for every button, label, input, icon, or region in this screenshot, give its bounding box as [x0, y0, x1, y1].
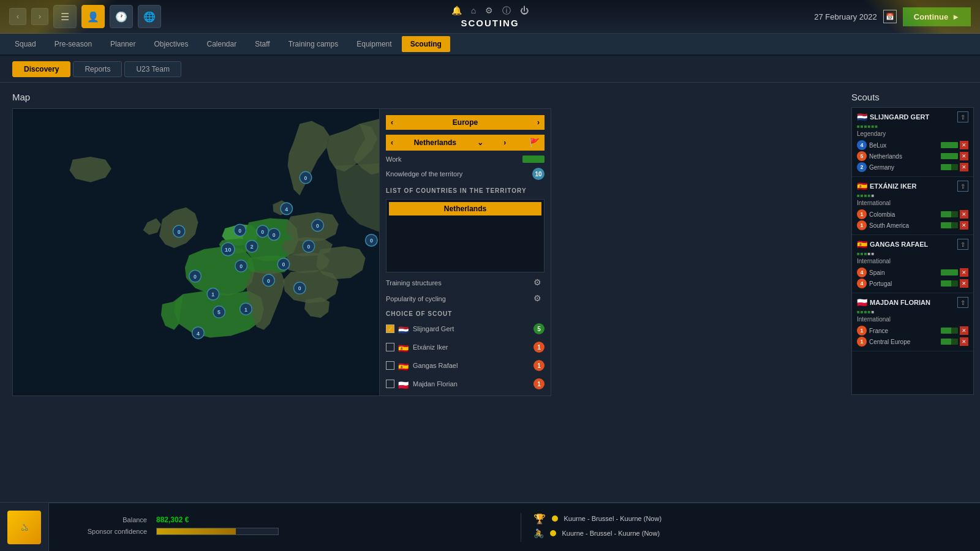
scout-remove-france[interactable]: ✕: [960, 326, 968, 335]
popularity-gear-icon: ⚙: [533, 293, 545, 304]
scout-country-germany: 2 Germany ✕: [857, 162, 968, 173]
scout-choice-gangas[interactable]: 🇪🇸 Gangas Rafael 1: [386, 359, 545, 372]
scout-flag-slijngard: 🇳🇱: [398, 325, 409, 332]
balance-value: 882,302 €: [156, 515, 189, 524]
map-panel: ‹ Europe › ‹ Netherlands ⌄ › 🚩 Work: [379, 109, 551, 396]
scout-country-portugal: 4 Portugal ✕: [857, 278, 968, 289]
scout-remove-germany[interactable]: ✕: [960, 163, 968, 171]
subtab-reports[interactable]: Reports: [73, 61, 122, 77]
svg-text:5: 5: [217, 309, 221, 315]
scout-remove-spain[interactable]: ✕: [960, 268, 968, 277]
scout-rank-slijngard: Legendary: [857, 130, 968, 137]
bottom-bar: 🚴 Balance 882,302 € Sponsor confidence 🏆…: [0, 502, 980, 551]
scout-header-majdan: 🇵🇱 MAJDAN FLORIAN ⇧: [857, 297, 968, 308]
svg-text:4: 4: [197, 331, 200, 337]
scout-num-netherlands: 5: [857, 151, 867, 161]
tab-equipment[interactable]: Equipment: [348, 36, 400, 52]
scout-country-germany-name: Germany: [869, 164, 941, 171]
scout-stars-slijngard: ■ ■ ■ ■ ■ ■: [857, 124, 968, 129]
scout-flag-gangas: 🇪🇸: [398, 362, 409, 369]
work-row: Work: [386, 156, 545, 163]
scout-num-belux: 4: [857, 140, 867, 150]
knowledge-label: Knowledge of the territory: [386, 170, 462, 178]
scout-identity-etxaniz: 🇪🇸 ETXÁNIZ IKER: [857, 181, 916, 191]
work-bar: [522, 156, 545, 163]
tab-squad[interactable]: Squad: [6, 36, 45, 52]
scout-checkbox-etxaniz[interactable]: [386, 343, 394, 351]
scout-bar-portugal: [941, 280, 958, 287]
scout-remove-portugal[interactable]: ✕: [960, 279, 968, 288]
knowledge-row: Knowledge of the territory 10: [386, 168, 545, 180]
tab-preseason[interactable]: Pre-season: [46, 36, 100, 52]
info-icon[interactable]: ⓘ: [502, 6, 511, 17]
main-content: Map: [0, 83, 980, 502]
scout-country-netherlands: 5 Netherlands ✕: [857, 151, 968, 162]
subtab-discovery[interactable]: Discovery: [12, 61, 70, 77]
territory-right-arrow[interactable]: ›: [503, 138, 506, 147]
race-text-1: Kuurne - Brussel - Kuurne (Now): [564, 515, 662, 522]
scout-country-netherlands-name: Netherlands: [869, 153, 941, 160]
bottom-races: 🏆 Kuurne - Brussel - Kuurne (Now) 🚴 Kuur…: [521, 513, 981, 542]
region-right-arrow[interactable]: ›: [537, 118, 540, 127]
scout-country-belux-name: BeLux: [869, 142, 941, 149]
tab-staff[interactable]: Staff: [246, 36, 278, 52]
scout-num-colombia: 1: [857, 209, 867, 219]
territory-expand-icon[interactable]: ⌄: [477, 138, 483, 147]
scout-checkbox-gangas[interactable]: [386, 361, 394, 370]
scout-remove-colombia[interactable]: ✕: [960, 210, 968, 219]
bell-icon[interactable]: 🔔: [451, 6, 462, 17]
scout-remove-southamerica[interactable]: ✕: [960, 221, 968, 230]
scout-stars-gangas: ■ ■ ■ ■ ■: [857, 251, 968, 257]
scout-choice-slijngard[interactable]: ✓ 🇳🇱 Slijngard Gert 5: [386, 322, 545, 335]
trophy-icon-1: 🏆: [533, 513, 546, 525]
training-gear-icon: ⚙: [533, 277, 545, 288]
settings-icon[interactable]: ⚙: [485, 6, 493, 17]
territory-item-netherlands[interactable]: Netherlands: [389, 202, 541, 216]
scout-entry-gangas: 🇪🇸 GANGAS RAFAEL ⇧ ■ ■ ■ ■ ■ Internation…: [852, 235, 973, 293]
scout-flag-majdan-pl: 🇵🇱: [857, 298, 867, 307]
scout-checkbox-slijngard[interactable]: ✓: [386, 324, 394, 333]
territory-left-arrow[interactable]: ‹: [391, 138, 393, 147]
scout-checkbox-majdan[interactable]: [386, 380, 394, 388]
region-selector[interactable]: ‹ Europe ›: [386, 115, 545, 130]
globe-icon[interactable]: 🌐: [138, 5, 161, 28]
scout-collapse-etxaniz[interactable]: ⇧: [957, 181, 968, 192]
home-icon[interactable]: ⌂: [471, 6, 476, 17]
power-icon[interactable]: ⏻: [520, 6, 529, 17]
scout-collapse-gangas[interactable]: ⇧: [957, 239, 968, 250]
tab-scouting[interactable]: Scouting: [402, 36, 450, 52]
scout-country-colombia: 1 Colombia ✕: [857, 209, 968, 220]
subtab-u23[interactable]: U23 Team: [124, 61, 181, 77]
scout-bar-centraleurope: [941, 339, 958, 345]
scout-bar-germany: [941, 164, 958, 170]
scout-choice-etxaniz[interactable]: 🇪🇸 Etxániz Iker 1: [386, 340, 545, 354]
region-left-arrow[interactable]: ‹: [391, 118, 393, 127]
knowledge-icon: 10: [532, 168, 545, 180]
territory-selector[interactable]: ‹ Netherlands ⌄ › 🚩: [386, 135, 545, 151]
svg-text:0: 0: [304, 175, 307, 181]
scouts-title: Scouts: [851, 92, 974, 102]
scout-choice-majdan[interactable]: 🇵🇱 Majdan Florian 1: [386, 377, 545, 391]
scout-remove-centraleurope[interactable]: ✕: [960, 337, 968, 346]
tab-objectives[interactable]: Objectives: [145, 36, 197, 52]
svg-text:0: 0: [298, 285, 301, 291]
scout-collapse-slijngard[interactable]: ⇧: [957, 111, 968, 122]
svg-text:0: 0: [273, 232, 276, 238]
svg-text:0: 0: [267, 278, 270, 284]
svg-text:1: 1: [244, 307, 247, 313]
scout-remove-netherlands[interactable]: ✕: [960, 152, 968, 160]
scout-bar-spain: [941, 269, 958, 276]
scout-remove-belux[interactable]: ✕: [960, 141, 968, 149]
tab-calendar[interactable]: Calendar: [198, 36, 245, 52]
scout-bar-france: [941, 328, 958, 334]
race-dot-1: [552, 515, 558, 522]
scout-collapse-majdan[interactable]: ⇧: [957, 297, 968, 308]
scout-score-majdan: 1: [533, 378, 545, 389]
tab-planner[interactable]: Planner: [102, 36, 144, 52]
scout-country-centraleurope: 1 Central Europe ✕: [857, 336, 968, 347]
scout-bar-colombia: [941, 211, 958, 217]
flag-icon: 🚩: [529, 138, 540, 148]
tab-training[interactable]: Training camps: [280, 36, 347, 52]
scout-flag-gangas-es: 🇪🇸: [857, 239, 867, 249]
team-logo: 🚴: [7, 511, 41, 544]
